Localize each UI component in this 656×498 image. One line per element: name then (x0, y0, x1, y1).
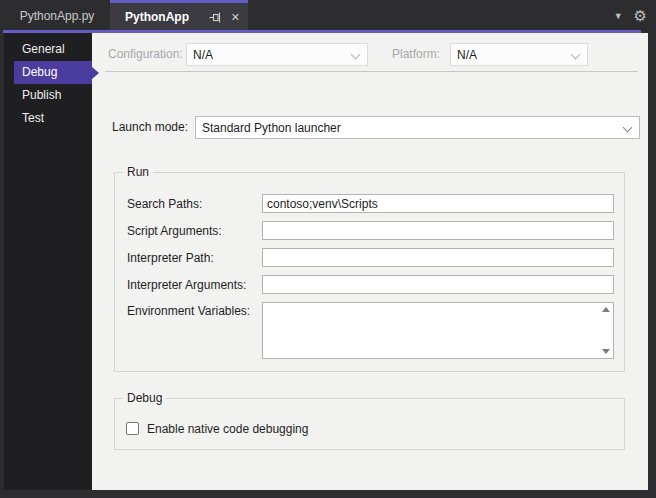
scrollbar[interactable] (598, 303, 613, 358)
tab-pythonapp-py[interactable]: PythonApp.py (4, 0, 110, 31)
configuration-label: Configuration: (108, 43, 183, 66)
chevron-down-icon (571, 50, 581, 60)
launch-mode-value: Standard Python launcher (202, 121, 341, 135)
chevron-down-icon (623, 123, 633, 133)
interpreter-path-label: Interpreter Path: (127, 251, 262, 265)
vs-window: { "tab_bar": { "tabs": [ { "label": "Pyt… (0, 0, 656, 498)
search-paths-row: Search Paths: (127, 194, 614, 213)
configuration-value: N/A (193, 48, 213, 62)
run-group-legend: Run (123, 165, 153, 180)
script-arguments-label: Script Arguments: (127, 224, 262, 238)
launch-mode-dropdown[interactable]: Standard Python launcher (195, 116, 640, 139)
interpreter-arguments-input[interactable] (262, 275, 614, 294)
sidebar-item-general[interactable]: General (4, 38, 92, 61)
run-group: Run Search Paths: Script Arguments: Inte… (114, 172, 625, 372)
chevron-down-icon[interactable]: ▼ (614, 11, 623, 21)
debug-properties-page: Configuration: N/A Platform: N/A Launch … (92, 33, 648, 490)
script-arguments-row: Script Arguments: (127, 221, 614, 240)
platform-value: N/A (457, 48, 477, 62)
section-divider (105, 71, 638, 72)
scroll-down-icon[interactable] (602, 349, 610, 354)
sidebar-item-publish[interactable]: Publish (4, 84, 92, 107)
interpreter-path-row: Interpreter Path: (127, 248, 614, 267)
document-tab-strip: PythonApp.py PythonApp ✕ ▼ ⚙ (0, 0, 656, 31)
interpreter-path-input[interactable] (262, 248, 614, 267)
search-paths-input[interactable] (262, 194, 614, 213)
sidebar-item-debug[interactable]: Debug (14, 61, 92, 84)
pin-icon[interactable] (209, 11, 222, 24)
environment-variables-label: Environment Variables: (127, 304, 262, 318)
configuration-dropdown[interactable]: N/A (186, 43, 368, 66)
close-icon[interactable]: ✕ (231, 12, 240, 23)
debug-group: Debug Enable native code debugging (114, 398, 625, 450)
script-arguments-input[interactable] (262, 221, 614, 240)
tab-strip-controls: ▼ ⚙ (614, 0, 647, 31)
chevron-down-icon (351, 50, 361, 60)
tab-label: PythonApp (125, 10, 200, 24)
tab-pythonapp-properties[interactable]: PythonApp ✕ (110, 0, 248, 31)
launch-mode-label: Launch mode: (112, 116, 188, 139)
native-debug-row: Enable native code debugging (126, 421, 614, 436)
platform-dropdown[interactable]: N/A (450, 43, 588, 66)
native-debug-checkbox-label: Enable native code debugging (147, 422, 308, 436)
sidebar-item-test[interactable]: Test (4, 107, 92, 130)
scroll-up-icon[interactable] (602, 307, 610, 312)
properties-sidebar: General Debug Publish Test (4, 33, 92, 490)
interpreter-arguments-label: Interpreter Arguments: (127, 278, 262, 292)
native-debug-checkbox[interactable] (126, 422, 139, 435)
environment-variables-row: Environment Variables: (127, 302, 614, 359)
environment-variables-textarea[interactable] (262, 302, 614, 359)
platform-label: Platform: (392, 43, 440, 66)
interpreter-arguments-row: Interpreter Arguments: (127, 275, 614, 294)
search-paths-label: Search Paths: (127, 197, 262, 211)
debug-group-legend: Debug (123, 391, 166, 406)
gear-icon[interactable]: ⚙ (634, 8, 647, 23)
tab-label: PythonApp.py (20, 9, 95, 23)
